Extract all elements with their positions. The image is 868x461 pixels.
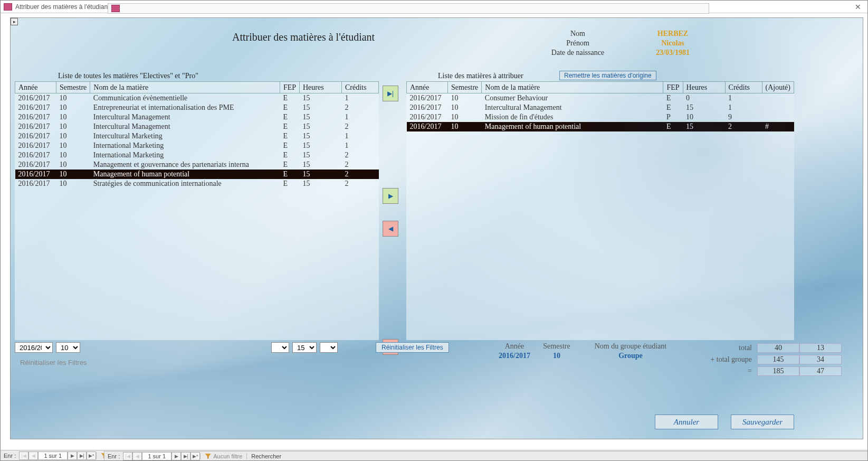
left-list-title: Liste de toutes les matières "Electives"… xyxy=(58,72,198,80)
right-list-title: Liste des matières à attribuer xyxy=(438,72,523,80)
total-label: total xyxy=(694,344,757,352)
record-selector[interactable]: ▸ xyxy=(11,18,18,25)
table-row[interactable]: 2016/201710Entrepreneuriat et internatio… xyxy=(15,103,379,112)
nav-enr-label: Enr : xyxy=(104,453,123,459)
nav-position[interactable]: 1 sur 1 xyxy=(142,452,171,460)
grand-hours: 185 xyxy=(757,366,799,376)
col-fep[interactable]: FEP xyxy=(663,82,683,93)
table-row[interactable]: 2016/201710Communication évènementielleE… xyxy=(15,93,379,104)
page-title: Attribuer des matières à l'étudiant xyxy=(232,31,375,43)
plus-hours: 145 xyxy=(757,355,799,364)
nav-next-icon[interactable]: ▶ xyxy=(171,452,181,460)
window-title: Attribuer des matières à l'étudiant xyxy=(15,3,109,11)
col-ajoute[interactable]: (Ajouté) xyxy=(762,82,794,93)
table-row[interactable]: 2016/201710Management of human potential… xyxy=(15,170,379,179)
table-row[interactable]: 2016/201710Intercultural ManagementE151 xyxy=(15,112,379,122)
plus-credits: 34 xyxy=(799,355,842,364)
col-heures[interactable]: Heures xyxy=(683,82,725,93)
nav-prev-icon[interactable]: ◀ xyxy=(132,452,142,460)
filter-sem[interactable]: 10 xyxy=(56,342,80,353)
col-credits[interactable]: Crédits xyxy=(725,82,762,93)
summary-group-label: Nom du groupe étudiant xyxy=(578,342,683,351)
nav-first-icon[interactable]: |◀ xyxy=(123,452,132,460)
table-row[interactable]: 2016/201710Intercultural MarketingE151 xyxy=(15,131,379,141)
add-all-button[interactable]: ▶| xyxy=(383,86,398,101)
background-window-tab xyxy=(108,3,709,14)
reset-filters-text: Réinitialiser les Filtres xyxy=(20,359,87,366)
nav-last-icon[interactable]: ▶| xyxy=(77,451,87,460)
col-annee[interactable]: Année xyxy=(15,82,56,93)
total-hours: 40 xyxy=(757,343,799,353)
nav-first-icon[interactable]: |◀ xyxy=(19,451,28,460)
col-nom[interactable]: Nom de la matière xyxy=(482,82,663,93)
filter-annee[interactable]: 2016/2017 xyxy=(15,342,53,353)
table-row[interactable]: 2016/201710Intercultural ManagementE151 xyxy=(407,103,794,112)
student-nom-label: Nom xyxy=(536,30,620,38)
nav-filter-status[interactable]: Aucun filtre xyxy=(200,453,246,459)
add-one-button[interactable]: ▶ xyxy=(383,188,398,204)
nav-position[interactable]: 1 sur 1 xyxy=(38,451,68,460)
table-row[interactable]: 2016/201710Management of human potential… xyxy=(407,122,794,131)
cancel-button[interactable]: Annuler xyxy=(655,415,718,429)
form-body: ▸ Attribuer des matières à l'étudiant No… xyxy=(10,17,863,439)
table-row[interactable]: 2016/201710Management et gouvernance des… xyxy=(15,160,379,170)
table-row[interactable]: 2016/201710Mission de fin d'étudesP109 xyxy=(407,112,794,122)
summary-sem-label: Semestre xyxy=(536,342,578,351)
student-prenom: Nicolas xyxy=(620,39,726,48)
summary-annee-label: Année xyxy=(493,342,536,351)
record-nav-inner: Enr : |◀ ◀ 1 sur 1 ▶ ▶| ▶* Aucun filtre … xyxy=(104,451,867,460)
summary-annee: 2016/2017 xyxy=(493,352,536,360)
filter-credits[interactable] xyxy=(320,342,338,353)
col-heures[interactable]: Heures xyxy=(300,82,342,93)
table-row[interactable]: 2016/201710Stratégies de communication i… xyxy=(15,179,379,189)
nav-last-icon[interactable]: ▶| xyxy=(181,452,190,460)
col-fep[interactable]: FEP xyxy=(280,82,299,93)
student-info: NomHERBEZ PrénomNicolas Date de naissanc… xyxy=(536,29,726,58)
table-row[interactable]: 2016/201710International MarketingE151 xyxy=(15,141,379,150)
equals-label: = xyxy=(694,367,757,375)
plus-group-label: + total groupe xyxy=(694,355,757,364)
summary-block: Année Semestre Nom du groupe étudiant 20… xyxy=(493,342,852,360)
student-prenom-label: Prénom xyxy=(536,39,620,48)
close-icon[interactable]: ✕ xyxy=(852,3,864,11)
col-semestre[interactable]: Semestre xyxy=(448,82,482,93)
col-credits[interactable]: Crédits xyxy=(342,82,379,93)
access-form-icon xyxy=(4,3,12,11)
nav-search[interactable]: Rechercher xyxy=(246,453,285,459)
student-nom: HERBEZ xyxy=(620,30,726,38)
filter-heures[interactable]: 15 xyxy=(292,342,317,353)
summary-sem: 10 xyxy=(536,352,578,360)
nav-next-icon[interactable]: ▶ xyxy=(68,451,77,460)
total-credits: 13 xyxy=(799,343,842,353)
filter-row: 2016/2017 10 15 Réinitialiser les Filtre… xyxy=(15,342,449,353)
nav-prev-icon[interactable]: ◀ xyxy=(28,451,38,460)
nav-new-icon[interactable]: ▶* xyxy=(190,452,200,460)
student-dob-label: Date de naissance xyxy=(536,49,620,57)
summary-group[interactable]: Groupe xyxy=(578,352,683,360)
table-row[interactable]: 2016/201710Consumer BehaviourE01 xyxy=(407,93,794,104)
grand-credits: 47 xyxy=(799,366,842,376)
col-semestre[interactable]: Semestre xyxy=(56,82,90,93)
table-row[interactable]: 2016/201710Intercultural ManagementE152 xyxy=(15,122,379,131)
nav-new-icon[interactable]: ▶* xyxy=(87,451,96,460)
reset-subjects-button[interactable]: Remettre les matières d'origine xyxy=(559,71,656,80)
save-button[interactable]: Sauvegarder xyxy=(731,415,794,429)
available-subjects-table[interactable]: Année Semestre Nom de la matière FEP Heu… xyxy=(15,81,379,340)
transfer-buttons: ▶| ▶ ◀ |◀ xyxy=(383,86,404,361)
action-buttons: Annuler Sauvegarder xyxy=(655,415,794,429)
funnel-icon xyxy=(205,454,211,459)
col-annee[interactable]: Année xyxy=(407,82,448,93)
assigned-subjects-table[interactable]: Année Semestre Nom de la matière FEP Heu… xyxy=(406,81,794,340)
filter-fep[interactable] xyxy=(271,342,289,353)
nav-enr-label: Enr : xyxy=(1,453,19,459)
col-nom[interactable]: Nom de la matière xyxy=(90,82,280,93)
access-form-icon xyxy=(111,5,120,12)
reinit-filters-button[interactable]: Réinitialiser les Filtres xyxy=(376,342,449,353)
student-dob: 23/03/1981 xyxy=(620,49,726,57)
remove-one-button[interactable]: ◀ xyxy=(383,221,398,237)
table-row[interactable]: 2016/201710International MarketingE152 xyxy=(15,150,379,160)
